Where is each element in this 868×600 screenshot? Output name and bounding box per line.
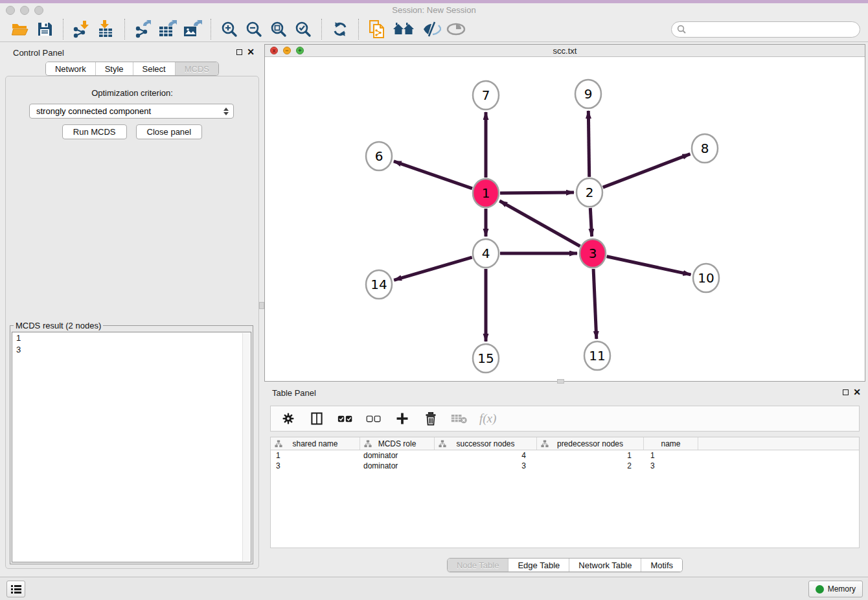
run-mcds-button[interactable]: Run MCDS <box>62 124 127 139</box>
import-network-button[interactable] <box>71 19 92 40</box>
zoom-in-button[interactable] <box>219 19 240 40</box>
select-all-columns-icon[interactable] <box>337 410 354 427</box>
column-header-shared-name[interactable]: shared name <box>271 437 360 450</box>
graph-node-label-9: 9 <box>584 86 593 102</box>
search-icon <box>677 25 686 34</box>
cell-successor-nodes[interactable]: 4 <box>435 450 537 461</box>
create-column-plus-icon[interactable] <box>394 410 411 427</box>
network-window: x − + scc.txt 7968124314101511 <box>264 44 865 382</box>
delete-column-trash-icon[interactable] <box>422 410 439 427</box>
graph-node-label-10: 10 <box>698 270 714 286</box>
home-button[interactable] <box>391 19 417 40</box>
node-table: shared name MCDS role successor nodes pr… <box>270 437 860 548</box>
graph-node-label-6: 6 <box>375 148 383 164</box>
graph-edge-3-1[interactable] <box>499 201 580 246</box>
cell-predecessor-nodes[interactable]: 1 <box>537 450 644 461</box>
function-builder-icon: f(x) <box>479 411 496 426</box>
table-panel: Table Panel ✕ <box>264 384 865 574</box>
cell-mcds-role[interactable]: dominator <box>360 450 435 461</box>
table-panel-title: Table Panel <box>272 388 316 398</box>
mcds-result-line: 1 <box>12 332 251 344</box>
graph-edge-1-2[interactable] <box>500 192 574 193</box>
deselect-all-columns-icon[interactable] <box>365 410 382 427</box>
open-file-button[interactable] <box>10 19 30 40</box>
table-row[interactable]: 1 dominator 4 1 1 <box>271 450 859 461</box>
task-history-button[interactable] <box>6 581 25 597</box>
search-input[interactable] <box>689 25 854 34</box>
close-panel-icon[interactable]: ✕ <box>247 47 255 57</box>
column-header-filler <box>698 437 859 450</box>
tab-motifs[interactable]: Motifs <box>641 559 682 571</box>
toolbar-separator <box>124 19 125 40</box>
horizontal-split-handle[interactable] <box>557 379 564 384</box>
refresh-view-button[interactable] <box>330 19 350 40</box>
graph-edge-2-3[interactable] <box>590 208 591 237</box>
graph-edge-3-10[interactable] <box>607 257 691 275</box>
show-panels-button <box>446 19 466 40</box>
export-table-button[interactable] <box>157 19 178 40</box>
mcds-result-box: 1 3 <box>12 332 251 562</box>
cell-name[interactable]: 1 <box>644 450 698 461</box>
column-header-mcds-role[interactable]: MCDS role <box>360 437 435 450</box>
network-window-titlebar: x − + scc.txt <box>265 45 865 57</box>
cell-shared-name[interactable]: 1 <box>271 450 360 461</box>
mcds-panel-content: Optimization criterion: strongly connect… <box>5 76 259 569</box>
tab-node-table[interactable]: Node Table <box>448 559 508 571</box>
table-panel-header: Table Panel ✕ <box>264 384 865 401</box>
mcds-result-fieldset: MCDS result (2 nodes) 1 3 <box>10 321 253 564</box>
graph-edge-1-6[interactable] <box>394 161 472 189</box>
tab-network-table[interactable]: Network Table <box>569 559 641 571</box>
criterion-dropdown[interactable]: strongly connected component <box>29 104 234 119</box>
tab-network[interactable]: Network <box>46 62 95 75</box>
export-image-button[interactable] <box>182 19 203 40</box>
cell-shared-name[interactable]: 3 <box>271 461 360 471</box>
list-icon <box>10 584 22 594</box>
tab-style[interactable]: Style <box>95 62 133 75</box>
cell-mcds-role[interactable]: dominator <box>360 461 435 471</box>
graph-node-label-7: 7 <box>482 87 490 103</box>
graph-node-label-2: 2 <box>586 185 594 200</box>
column-type-icon <box>275 440 282 448</box>
float-panel-icon[interactable] <box>236 49 242 55</box>
column-header-name[interactable]: name <box>644 437 698 450</box>
optimization-criterion-label: Optimization criterion: <box>6 88 258 98</box>
show-column-panel-icon[interactable] <box>308 410 325 427</box>
result-scrollbar[interactable] <box>242 333 250 561</box>
column-header-predecessor-nodes[interactable]: predecessor nodes <box>537 437 644 450</box>
tab-edge-table[interactable]: Edge Table <box>508 559 569 571</box>
save-session-button[interactable] <box>34 19 55 40</box>
memory-label: Memory <box>828 584 856 594</box>
memory-button[interactable]: Memory <box>808 581 863 597</box>
network-canvas[interactable]: 7968124314101511 <box>265 57 865 381</box>
zoom-selected-button[interactable] <box>293 19 314 40</box>
cell-predecessor-nodes[interactable]: 2 <box>537 461 644 471</box>
column-type-icon <box>439 440 446 448</box>
graph-edge-4-14[interactable] <box>394 257 472 280</box>
hide-panels-button[interactable] <box>421 19 442 40</box>
graph-edge-2-8[interactable] <box>603 154 691 188</box>
zoom-out-button[interactable] <box>244 19 264 40</box>
titlebar: Session: New Session <box>0 3 868 17</box>
tab-select[interactable]: Select <box>133 62 175 75</box>
column-header-successor-nodes[interactable]: successor nodes <box>435 437 537 450</box>
vertical-split-handle[interactable] <box>259 302 264 309</box>
status-bar: Memory <box>0 577 868 600</box>
graph-edge-3-11[interactable] <box>593 269 597 339</box>
close-panel-icon[interactable]: ✕ <box>853 387 861 397</box>
graph-edge-2-9[interactable] <box>588 111 589 177</box>
control-panel-title: Control Panel <box>13 48 64 58</box>
cell-successor-nodes[interactable]: 3 <box>435 461 537 471</box>
cell-name[interactable]: 3 <box>644 461 698 471</box>
table-settings-gear-icon[interactable] <box>280 410 297 427</box>
close-panel-button[interactable]: Close panel <box>136 124 203 139</box>
import-table-button[interactable] <box>96 19 117 40</box>
graph-node-label-8: 8 <box>701 141 709 156</box>
float-panel-icon[interactable] <box>843 389 849 395</box>
zoom-fit-button[interactable] <box>268 19 289 40</box>
application-window: Session: New Session <box>0 0 868 600</box>
network-document-button[interactable] <box>367 19 387 40</box>
table-row[interactable]: 3 dominator 3 2 3 <box>271 461 859 471</box>
export-network-button[interactable] <box>133 19 154 40</box>
tab-mcds[interactable]: MCDS <box>175 62 218 75</box>
graph-node-label-3: 3 <box>589 246 597 261</box>
